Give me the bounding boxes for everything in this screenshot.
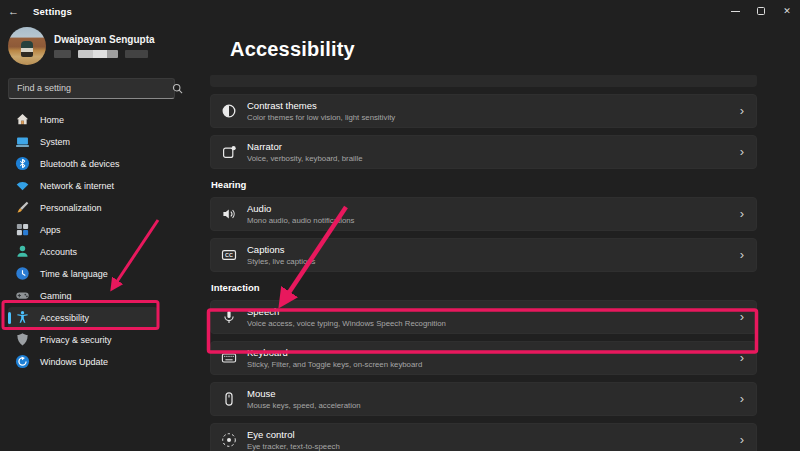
row-subtitle: Color themes for low vision, light sensi… — [247, 113, 395, 122]
row-captions[interactable]: CCCaptionsStyles, live captions› — [210, 238, 757, 272]
chevron-right-icon: › — [740, 147, 744, 157]
sidebar-item-label: Bluetooth & devices — [40, 159, 120, 169]
sidebar-item-bluetooth-devices[interactable]: Bluetooth & devices — [8, 153, 192, 175]
avatar — [8, 27, 46, 65]
sidebar-nav: HomeSystemBluetooth & devicesNetwork & i… — [8, 109, 192, 373]
row-subtitle: Styles, live captions — [247, 257, 315, 266]
maximize-icon — [757, 7, 765, 15]
row-text: AudioMono audio, audio notifications — [247, 203, 355, 225]
bluetooth-icon — [15, 156, 30, 171]
sidebar-item-privacy-security[interactable]: Privacy & security — [8, 329, 192, 351]
row-title: Eye control — [247, 429, 340, 440]
contrast-themes-icon — [220, 103, 237, 120]
back-icon[interactable]: ← — [8, 5, 24, 17]
accessibility-icon — [15, 310, 30, 325]
redacted-bar — [54, 50, 71, 58]
row-text: Contrast themesColor themes for low visi… — [247, 100, 395, 122]
maximize-button[interactable] — [748, 0, 774, 22]
row-speech[interactable]: SpeechVoice access, voice typing, Window… — [210, 300, 757, 334]
row-subtitle: Mouse keys, speed, acceleration — [247, 401, 361, 410]
sidebar-item-label: Accessibility — [40, 313, 89, 323]
sidebar-item-label: Gaming — [40, 291, 72, 301]
row-keyboard[interactable]: KeyboardSticky, Filter, and Toggle keys,… — [210, 341, 757, 375]
search-icon — [171, 81, 184, 94]
chevron-right-icon: › — [740, 312, 744, 322]
redacted-bar — [78, 50, 118, 58]
page-title: Accessibility — [230, 38, 800, 61]
chevron-right-icon: › — [740, 106, 744, 116]
row-title: Mouse — [247, 388, 361, 399]
sidebar-item-windows-update[interactable]: Windows Update — [8, 351, 192, 373]
row-text: MouseMouse keys, speed, acceleration — [247, 388, 361, 410]
profile-redacted-email — [54, 50, 155, 58]
time-language-icon — [15, 266, 30, 281]
sidebar-item-label: Personalization — [40, 203, 102, 213]
row-text: KeyboardSticky, Filter, and Toggle keys,… — [247, 347, 422, 369]
row-subtitle: Mono audio, audio notifications — [247, 216, 355, 225]
sidebar-item-label: Windows Update — [40, 357, 108, 367]
row-audio[interactable]: AudioMono audio, audio notifications› — [210, 197, 757, 231]
windows-update-icon — [15, 354, 30, 369]
profile: Dwaipayan Sengupta — [8, 27, 192, 65]
accounts-icon — [15, 244, 30, 259]
search-input[interactable] — [8, 78, 175, 99]
row-title: Narrator — [247, 141, 363, 152]
eye-control-icon — [220, 432, 237, 449]
row-subtitle: Eye tracker, text-to-speech — [247, 442, 340, 451]
home-icon — [15, 112, 30, 127]
row-mouse[interactable]: MouseMouse keys, speed, acceleration› — [210, 382, 757, 416]
row-subtitle: Sticky, Filter, and Toggle keys, on-scre… — [247, 360, 422, 369]
svg-text:CC: CC — [225, 252, 233, 258]
search-box — [8, 77, 192, 99]
redacted-bar — [125, 50, 148, 58]
sidebar-item-home[interactable]: Home — [8, 109, 192, 131]
system-icon — [15, 134, 30, 149]
audio-icon — [220, 206, 237, 223]
network-icon — [15, 178, 30, 193]
minimize-icon — [731, 11, 740, 12]
speech-icon — [220, 309, 237, 326]
window-title: Settings — [33, 6, 72, 17]
row-text: Eye controlEye tracker, text-to-speech — [247, 429, 340, 451]
rows-container: Contrast themesColor themes for low visi… — [210, 94, 757, 451]
sidebar-item-accessibility[interactable]: Accessibility — [8, 307, 158, 329]
personalization-icon — [15, 200, 30, 215]
chevron-right-icon: › — [740, 435, 744, 445]
chevron-right-icon: › — [740, 250, 744, 260]
sidebar-item-label: Privacy & security — [40, 335, 112, 345]
row-title: Audio — [247, 203, 355, 214]
chevron-right-icon: › — [740, 394, 744, 404]
row-eye-control[interactable]: Eye controlEye tracker, text-to-speech› — [210, 423, 757, 451]
chevron-right-icon: › — [740, 353, 744, 363]
sidebar-item-personalization[interactable]: Personalization — [8, 197, 192, 219]
profile-name: Dwaipayan Sengupta — [54, 34, 155, 45]
section-header-hearing: Hearing — [211, 179, 757, 190]
row-narrator[interactable]: NarratorVoice, verbosity, keyboard, brai… — [210, 135, 757, 169]
sidebar-item-time-language[interactable]: Time & language — [8, 263, 192, 285]
apps-icon — [15, 222, 30, 237]
close-button[interactable]: ✕ — [774, 0, 800, 22]
profile-info: Dwaipayan Sengupta — [54, 34, 155, 65]
minimize-button[interactable] — [722, 0, 748, 22]
settings-list: Contrast themesColor themes for low visi… — [210, 75, 757, 451]
narrator-icon — [220, 144, 237, 161]
mouse-icon — [220, 391, 237, 408]
sidebar-item-label: Network & internet — [40, 181, 114, 191]
sidebar-item-label: Apps — [40, 225, 61, 235]
sidebar-item-accounts[interactable]: Accounts — [8, 241, 192, 263]
sidebar-item-label: Home — [40, 115, 64, 125]
sidebar-item-gaming[interactable]: Gaming — [8, 285, 192, 307]
sidebar-item-label: System — [40, 137, 70, 147]
chevron-right-icon: › — [740, 209, 744, 219]
partial-row[interactable] — [210, 75, 757, 87]
sidebar-item-network-internet[interactable]: Network & internet — [8, 175, 192, 197]
row-contrast-themes[interactable]: Contrast themesColor themes for low visi… — [210, 94, 757, 128]
sidebar-item-label: Time & language — [40, 269, 108, 279]
titlebar: ← Settings ✕ — [0, 0, 800, 22]
sidebar-item-apps[interactable]: Apps — [8, 219, 192, 241]
keyboard-icon — [220, 350, 237, 367]
row-title: Keyboard — [247, 347, 422, 358]
sidebar-item-system[interactable]: System — [8, 131, 192, 153]
row-title: Captions — [247, 244, 315, 255]
row-text: SpeechVoice access, voice typing, Window… — [247, 306, 446, 328]
